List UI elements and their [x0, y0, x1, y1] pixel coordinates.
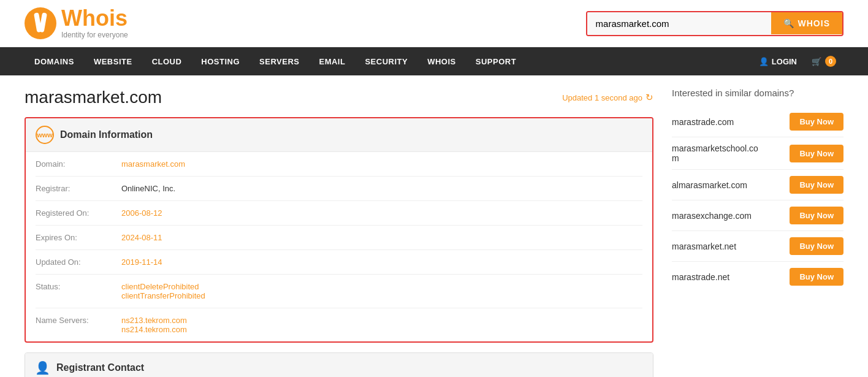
similar-domain-name: marasmarket.net	[672, 242, 736, 251]
left-panel: marasmarket.com Updated 1 second ago ↻ w…	[25, 88, 653, 377]
cart-button[interactable]: 🛒 0	[804, 47, 843, 75]
buy-button-marasmarketschool-com[interactable]: Buy Now	[790, 145, 843, 162]
buy-button-marasexchange-com[interactable]: Buy Now	[790, 207, 843, 224]
domain-title-row: marasmarket.com Updated 1 second ago ↻	[25, 88, 653, 107]
refresh-icon[interactable]: ↻	[645, 92, 653, 103]
updated-text: Updated 1 second ago	[562, 93, 642, 102]
status-line-1: clientDeleteProhibited	[121, 282, 642, 291]
user-icon: 👤	[759, 57, 769, 66]
domain-info-title: Domain Information	[60, 129, 153, 140]
nameserver-2: ns214.tekrom.com	[121, 325, 642, 334]
info-row-registered-on: Registered On: 2006-08-12	[36, 201, 642, 226]
similar-item-marastrade-net: marastrade.net Buy Now	[672, 262, 843, 292]
nav-item-security[interactable]: SECURITY	[355, 48, 417, 75]
www-icon: www	[36, 126, 54, 144]
buy-button-almarasmarket-com[interactable]: Buy Now	[790, 176, 843, 194]
label-updated-on: Updated On:	[36, 257, 121, 267]
similar-domain-name: almarasmarket.com	[672, 180, 747, 190]
nameserver-1: ns213.tekrom.com	[121, 316, 642, 325]
domain-info-card-header: www Domain Information	[26, 118, 652, 152]
whois-search-button[interactable]: 🔍 WHOIS	[771, 12, 842, 34]
label-domain: Domain:	[36, 159, 121, 169]
domain-info-card: www Domain Information Domain: marasmark…	[25, 117, 653, 343]
updated-text-area: Updated 1 second ago ↻	[562, 92, 653, 103]
similar-domain-name: marasmarketschool.com	[672, 143, 758, 163]
logo-whois-text: Whois	[61, 7, 128, 29]
domain-info-body: Domain: marasmarket.com Registrar: Onlin…	[26, 152, 652, 341]
similar-item-almarasmarket-com: almarasmarket.com Buy Now	[672, 170, 843, 200]
main-content: marasmarket.com Updated 1 second ago ↻ w…	[0, 75, 868, 377]
login-label: LOGIN	[772, 57, 797, 66]
status-line-2: clientTransferProhibited	[121, 291, 642, 300]
registrant-card-header: 👤 Registrant Contact	[25, 353, 653, 377]
similar-item-marastrade-com: marastrade.com Buy Now	[672, 107, 843, 137]
logo-area: Whois Identity for everyone	[25, 7, 128, 39]
info-row-domain: Domain: marasmarket.com	[36, 152, 642, 177]
similar-domain-name: marastrade.net	[672, 272, 729, 282]
login-button[interactable]: 👤 LOGIN	[752, 48, 804, 75]
logo-text-area: Whois Identity for everyone	[61, 7, 128, 39]
cart-icon: 🛒	[812, 57, 821, 66]
similar-item-marasexchange-com: marasexchange.com Buy Now	[672, 200, 843, 231]
nav-item-cloud[interactable]: CLOUD	[142, 48, 192, 75]
nav-item-domains[interactable]: DOMAINS	[25, 48, 84, 75]
label-status: Status:	[36, 282, 121, 291]
right-panel: Interested in similar domains? marastrad…	[672, 88, 843, 377]
nav-item-website[interactable]: WEBSITE	[84, 48, 142, 75]
similar-item-marasmarketschool-com: marasmarketschool.com Buy Now	[672, 137, 843, 170]
person-icon: 👤	[35, 360, 50, 375]
value-registered-on: 2006-08-12	[121, 208, 642, 218]
similar-item-marasmarket-net: marasmarket.net Buy Now	[672, 231, 843, 262]
info-row-updated-on: Updated On: 2019-11-14	[36, 250, 642, 275]
value-registrar: OnlineNIC, Inc.	[121, 184, 642, 193]
buy-button-marastrade-net[interactable]: Buy Now	[790, 268, 843, 286]
domain-title: marasmarket.com	[25, 88, 162, 107]
nav-item-whois[interactable]: WHOIS	[417, 48, 466, 75]
cart-badge: 0	[825, 56, 836, 67]
search-icon: 🔍	[783, 18, 794, 28]
info-row-status: Status: clientDeleteProhibited clientTra…	[36, 275, 642, 308]
label-registered-on: Registered On:	[36, 208, 121, 218]
search-area: 🔍 WHOIS	[586, 11, 843, 36]
similar-domain-name: marastrade.com	[672, 117, 734, 127]
top-header: Whois Identity for everyone 🔍 WHOIS	[0, 0, 868, 47]
info-row-expires-on: Expires On: 2024-08-11	[36, 226, 642, 250]
search-button-label: WHOIS	[798, 18, 830, 28]
nav-item-support[interactable]: SUPPORT	[466, 48, 526, 75]
similar-domains-title: Interested in similar domains?	[672, 88, 843, 98]
label-registrar: Registrar:	[36, 184, 121, 193]
nav-item-email[interactable]: EMAIL	[309, 48, 355, 75]
buy-button-marastrade-com[interactable]: Buy Now	[790, 113, 843, 131]
logo-tagline: Identity for everyone	[61, 31, 128, 39]
registrant-title: Registrant Contact	[56, 362, 144, 373]
info-row-registrar: Registrar: OnlineNIC, Inc.	[36, 177, 642, 201]
info-row-nameservers: Name Servers: ns213.tekrom.com ns214.tek…	[36, 308, 642, 341]
registrant-card: 👤 Registrant Contact	[25, 352, 653, 377]
search-input[interactable]	[587, 12, 771, 35]
nav-item-servers[interactable]: SERVERS	[249, 48, 309, 75]
nav-item-hosting[interactable]: HOSTING	[191, 48, 249, 75]
value-nameservers: ns213.tekrom.com ns214.tekrom.com	[121, 316, 642, 334]
value-status: clientDeleteProhibited clientTransferPro…	[121, 282, 642, 300]
value-updated-on: 2019-11-14	[121, 257, 642, 267]
value-domain: marasmarket.com	[121, 159, 642, 169]
value-expires-on: 2024-08-11	[121, 233, 642, 242]
main-nav: DOMAINS WEBSITE CLOUD HOSTING SERVERS EM…	[0, 47, 868, 75]
whois-logo-icon	[25, 7, 56, 39]
label-expires-on: Expires On:	[36, 233, 121, 242]
similar-domain-name: marasexchange.com	[672, 211, 752, 221]
label-nameservers: Name Servers:	[36, 316, 121, 325]
buy-button-marasmarket-net[interactable]: Buy Now	[790, 237, 843, 255]
